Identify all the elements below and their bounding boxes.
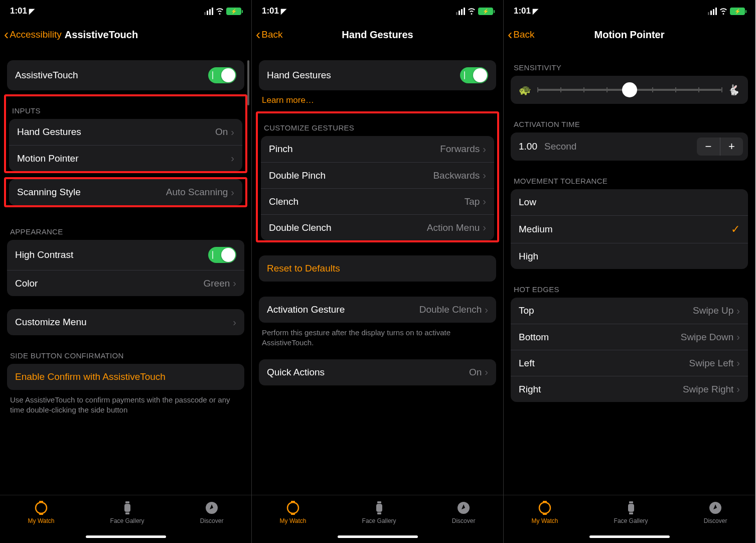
toggle-on[interactable] (208, 67, 236, 83)
clench-row[interactable]: Clench Tap› (261, 188, 494, 214)
quick-actions-row[interactable]: Quick Actions On› (259, 359, 496, 385)
svg-rect-9 (291, 513, 295, 515)
scanning-style-label: Scanning Style (17, 187, 81, 198)
compass-icon (204, 500, 219, 515)
hot-edge-top-row[interactable]: Top Swipe Up› (511, 298, 748, 324)
page-title: Motion Pointer (504, 29, 755, 41)
watch-icon (285, 500, 300, 515)
quick-actions-label: Quick Actions (267, 367, 325, 378)
hand-gestures-toggle-row[interactable]: Hand Gestures (259, 60, 496, 90)
back-button[interactable]: ‹ Back (508, 28, 535, 42)
home-indicator[interactable] (589, 535, 670, 538)
slider-track[interactable] (537, 89, 721, 91)
tab-face-gallery[interactable]: Face Gallery (110, 500, 144, 524)
scanning-highlight-box: Scanning Style Auto Scanning› (4, 177, 247, 207)
scanning-style-value: Auto Scanning (166, 187, 228, 198)
tab-discover[interactable]: Discover (452, 500, 476, 524)
hot-edge-right-row[interactable]: Right Swipe Right› (511, 376, 748, 402)
activation-time-unit: Second (544, 141, 576, 152)
chevron-right-icon: › (736, 357, 740, 369)
battery-icon: ⚡ (226, 8, 241, 15)
motion-pointer-row[interactable]: Motion Pointer › (9, 145, 242, 171)
hot-edges-header: HOT EDGES (511, 269, 748, 298)
location-icon: ◤ (533, 7, 538, 15)
back-label: Back (513, 29, 534, 40)
back-button[interactable]: ‹ Back (256, 28, 283, 42)
status-bar: 1:01 ◤ ⚡ (252, 0, 503, 22)
double-pinch-row[interactable]: Double Pinch Backwards› (261, 162, 494, 188)
watch-icon (537, 500, 552, 515)
activation-time-header: ACTIVATION TIME (511, 104, 748, 132)
chevron-left-icon: ‹ (256, 28, 260, 42)
svg-rect-10 (376, 504, 382, 512)
slider-thumb[interactable] (622, 82, 637, 97)
stepper-minus[interactable]: − (697, 138, 720, 156)
customize-menu-row[interactable]: Customize Menu › (7, 309, 244, 335)
status-time: 1:01 (10, 6, 27, 16)
enable-confirm-row[interactable]: Enable Confirm with AssistiveTouch (7, 364, 244, 390)
double-clench-row[interactable]: Double Clench Action Menu› (261, 214, 494, 240)
toggle-on[interactable] (208, 247, 236, 263)
assistivetouch-toggle-row[interactable]: AssistiveTouch (7, 60, 244, 90)
content-area: Hand Gestures Learn more… CUSTOMIZE GEST… (252, 47, 503, 495)
chevron-right-icon: › (736, 305, 740, 317)
reset-defaults-row[interactable]: Reset to Defaults (259, 255, 496, 282)
chevron-right-icon: › (485, 366, 488, 378)
chevron-right-icon: › (231, 187, 234, 198)
tab-label: My Watch (280, 517, 307, 524)
tortoise-icon: 🐢 (519, 84, 531, 96)
chevron-right-icon: › (485, 304, 488, 316)
battery-icon: ⚡ (730, 8, 745, 15)
inputs-header: INPUTS (9, 96, 242, 119)
tab-face-gallery[interactable]: Face Gallery (614, 500, 648, 524)
svg-rect-5 (125, 512, 129, 514)
hot-edge-top-label: Top (519, 305, 534, 316)
hot-edge-left-row[interactable]: Left Swipe Left› (511, 350, 748, 376)
customize-menu-label: Customize Menu (15, 317, 87, 328)
learn-more-link[interactable]: Learn more… (259, 90, 496, 107)
screen-assistivetouch: 1:01 ◤ ⚡ ‹ Accessibility AssistiveTouch … (0, 0, 252, 543)
hot-edge-bottom-row[interactable]: Bottom Swipe Down› (511, 324, 748, 350)
face-gallery-icon (120, 500, 135, 515)
tolerance-medium-row[interactable]: Medium ✓ (511, 215, 748, 243)
tab-face-gallery[interactable]: Face Gallery (362, 500, 396, 524)
back-button[interactable]: ‹ Accessibility (4, 28, 62, 42)
hot-edge-bottom-value: Swipe Down (681, 332, 734, 343)
appearance-header: APPEARANCE (7, 211, 244, 240)
hand-gestures-row[interactable]: Hand Gestures On› (9, 119, 242, 145)
tab-label: Discover (704, 517, 727, 524)
face-gallery-icon (624, 500, 639, 515)
double-clench-label: Double Clench (269, 222, 332, 233)
color-row[interactable]: Color Green› (7, 270, 244, 296)
tolerance-low-row[interactable]: Low (511, 189, 748, 215)
home-indicator[interactable] (338, 535, 418, 538)
assistivetouch-label: AssistiveTouch (15, 70, 78, 81)
tab-my-watch[interactable]: My Watch (280, 500, 307, 524)
nav-bar: ‹ Back Motion Pointer (504, 22, 755, 47)
tab-my-watch[interactable]: My Watch (28, 500, 55, 524)
back-label: Accessibility (10, 29, 61, 40)
chevron-right-icon: › (483, 144, 486, 155)
svg-rect-12 (377, 512, 381, 514)
page-title: Hand Gestures (252, 29, 503, 41)
chevron-right-icon: › (231, 153, 234, 164)
tab-my-watch[interactable]: My Watch (532, 500, 558, 524)
battery-icon: ⚡ (478, 8, 493, 15)
tab-discover[interactable]: Discover (200, 500, 224, 524)
toggle-on[interactable] (460, 67, 488, 83)
cellular-icon (708, 8, 717, 15)
chevron-left-icon: ‹ (508, 28, 512, 42)
pinch-row[interactable]: Pinch Forwards› (261, 136, 494, 162)
scanning-style-row[interactable]: Scanning Style Auto Scanning› (9, 179, 242, 205)
stepper-plus[interactable]: + (720, 138, 743, 156)
customize-gestures-highlight-box: CUSTOMIZE GESTURES Pinch Forwards› Doubl… (256, 111, 499, 242)
home-indicator[interactable] (86, 535, 166, 538)
svg-rect-16 (543, 513, 547, 515)
movement-tolerance-header: MOVEMENT TOLERANCE (511, 161, 748, 189)
hare-icon: 🐇 (727, 84, 740, 96)
sensitivity-slider[interactable]: 🐢 🐇 (511, 76, 748, 104)
tab-discover[interactable]: Discover (704, 500, 727, 524)
activation-gesture-row[interactable]: Activation Gesture Double Clench› (259, 297, 496, 323)
high-contrast-row[interactable]: High Contrast (7, 240, 244, 270)
tolerance-high-row[interactable]: High (511, 243, 748, 269)
